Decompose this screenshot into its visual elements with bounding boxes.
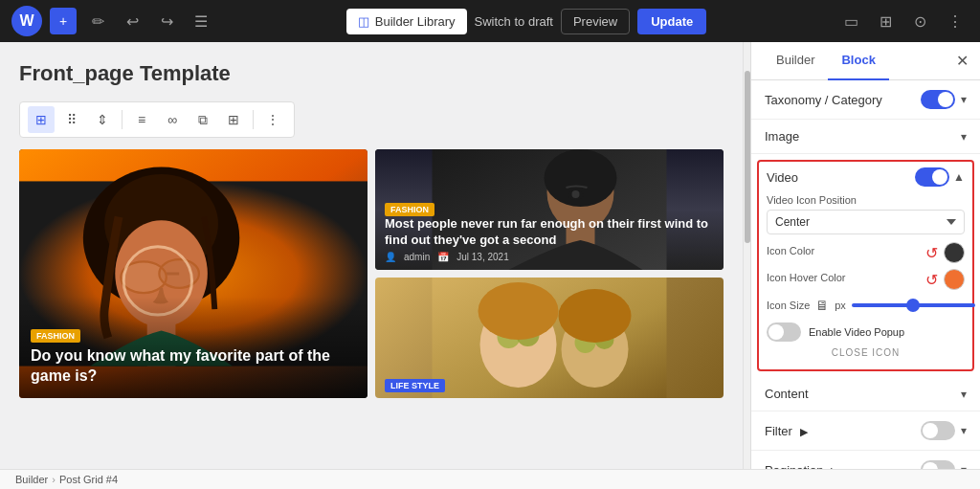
fashion-badge-large: FASHION: [31, 329, 80, 343]
page-title: Front_page Template: [19, 61, 724, 86]
fashion-badge-sm: FASHION: [385, 203, 434, 216]
video-icon-position-label: Video Icon Position: [767, 194, 965, 206]
video-toggle-knob: [932, 169, 947, 185]
icon-color-reset[interactable]: ↺: [925, 244, 938, 262]
tab-builder[interactable]: Builder: [763, 42, 828, 80]
breadcrumb-item[interactable]: Post Grid #4: [59, 474, 118, 485]
panel-body: Taxonomy / Category ▾ Image ▾: [751, 80, 980, 469]
redo-button[interactable]: ↪: [153, 8, 180, 34]
add-block-button[interactable]: +: [50, 8, 77, 34]
builder-library-button[interactable]: ◫ Builder Library: [346, 9, 467, 34]
icon-size-slider[interactable]: [852, 303, 975, 307]
breadcrumb-separator: ›: [52, 474, 56, 485]
svg-rect-6: [167, 273, 179, 276]
tab-block[interactable]: Block: [828, 42, 888, 80]
content-section: Content ▾: [751, 377, 980, 411]
more-options-button[interactable]: ⋮: [942, 8, 969, 34]
toolbar-left: W + ✏ ↩ ↪ ☰: [11, 6, 214, 36]
top-toolbar: W + ✏ ↩ ↪ ☰ ◫ Builder Library Switch to …: [0, 0, 980, 42]
filter-section-header[interactable]: Filter ▶ ▾: [751, 411, 980, 450]
video-label: Video: [767, 170, 798, 185]
canvas-scrollbar[interactable]: [743, 42, 750, 469]
pagination-controls: ▾: [921, 460, 967, 469]
edit-icon-button[interactable]: ✏: [84, 8, 111, 34]
preview-button[interactable]: Preview: [561, 9, 630, 34]
post-card-top-right[interactable]: FASHION Most people never run far enough…: [375, 149, 724, 270]
icon-hover-color-reset[interactable]: ↺: [925, 271, 938, 289]
video-section-controls: ▲: [915, 167, 965, 187]
desktop-view-button[interactable]: ▭: [838, 8, 865, 34]
grid-button[interactable]: ⊞: [220, 106, 247, 133]
content-section-header[interactable]: Content ▾: [751, 377, 980, 411]
resize-button[interactable]: ⇕: [89, 106, 116, 133]
bottom-breadcrumb: Builder › Post Grid #4: [0, 469, 980, 489]
scrollbar-thumb[interactable]: [745, 71, 750, 243]
content-label: Content: [765, 387, 809, 401]
card-top-right-overlay: FASHION Most people never run far enough…: [375, 191, 724, 270]
icon-size-field: Icon Size 🖥 px: [767, 296, 965, 315]
toolbar-divider: [122, 110, 122, 129]
more-button[interactable]: ⋮: [259, 106, 286, 133]
icon-hover-color-row: Icon Hover Color ↺: [767, 269, 965, 290]
pagination-section-header[interactable]: Pagination ▶ ▾: [751, 451, 980, 469]
post-date: Jul 13, 2021: [457, 252, 509, 262]
user-menu-button[interactable]: ⊙: [907, 8, 934, 34]
image-section: Image ▾: [751, 120, 980, 154]
filter-toggle-knob: [923, 423, 938, 438]
filter-video-icon: ▶: [800, 426, 808, 437]
dots-view-button[interactable]: ⠿: [58, 106, 85, 133]
card-meta: 👤 admin 📅 Jul 13, 2021: [385, 252, 714, 262]
icon-color-picker[interactable]: [944, 242, 965, 263]
icon-color-controls: ↺: [925, 242, 965, 263]
pagination-toggle[interactable]: [921, 460, 955, 469]
image-button[interactable]: ⧉: [189, 106, 216, 133]
svg-point-25: [559, 289, 632, 343]
taxonomy-toggle[interactable]: [921, 90, 955, 109]
block-toolbar: ⊞ ⠿ ⇕ ≡ ∞ ⧉ ⊞ ⋮: [19, 101, 295, 138]
enable-popup-knob: [768, 324, 784, 340]
icon-color-label: Icon Color: [767, 245, 814, 256]
video-toggle[interactable]: [915, 167, 949, 187]
post-grid: FASHION Do you know what my favorite par…: [19, 149, 724, 398]
image-chevron: ▾: [961, 130, 967, 144]
card-title-sm: Most people never run far enough on thei…: [385, 216, 714, 249]
taxonomy-chevron: ▾: [961, 93, 967, 106]
video-icon-position-field: Video Icon Position Center: [767, 194, 965, 234]
video-section-header: Video ▲: [767, 167, 965, 187]
icon-hover-color-label: Icon Hover Color: [767, 272, 846, 283]
taxonomy-section: Taxonomy / Category ▾: [751, 80, 980, 120]
card-bottom-right-overlay: LIFE STYLE: [375, 369, 724, 398]
grid-view-button[interactable]: ⊞: [28, 106, 55, 133]
switch-draft-button[interactable]: Switch to draft: [475, 14, 553, 29]
layout-button[interactable]: ⊞: [873, 8, 900, 34]
image-section-header[interactable]: Image ▾: [751, 120, 980, 153]
align-button[interactable]: ≡: [128, 106, 155, 133]
taxonomy-label: Taxonomy / Category: [765, 93, 882, 107]
taxonomy-toggle-knob: [938, 92, 953, 107]
content-chevron: ▾: [961, 388, 967, 401]
date-icon: 📅: [437, 252, 449, 262]
post-card-bottom-right[interactable]: LIFE STYLE: [375, 278, 724, 398]
toolbar-right: ▭ ⊞ ⊙ ⋮: [838, 8, 969, 34]
enable-popup-toggle[interactable]: [767, 322, 801, 342]
filter-chevron: ▾: [961, 424, 967, 437]
filter-toggle[interactable]: [921, 421, 955, 440]
list-view-button[interactable]: ☰: [188, 8, 214, 34]
icon-size-unit: px: [835, 300, 846, 311]
taxonomy-section-header[interactable]: Taxonomy / Category ▾: [751, 80, 980, 119]
wordpress-logo[interactable]: W: [11, 6, 42, 36]
filter-section: Filter ▶ ▾: [751, 411, 980, 451]
monitor-icon: 🖥: [815, 298, 829, 313]
panel-close-button[interactable]: ✕: [956, 52, 969, 70]
toolbar-divider2: [253, 110, 254, 129]
video-icon-position-select[interactable]: Center: [767, 210, 965, 234]
update-button[interactable]: Update: [637, 9, 706, 34]
undo-button[interactable]: ↩: [119, 8, 145, 34]
icon-hover-color-picker[interactable]: [944, 269, 965, 290]
breadcrumb-builder[interactable]: Builder: [15, 474, 48, 485]
library-icon: ◫: [358, 14, 369, 29]
filter-label: Filter ▶: [765, 424, 808, 438]
filter-controls: ▾: [921, 421, 967, 440]
link-button[interactable]: ∞: [159, 106, 186, 133]
post-card-large[interactable]: FASHION Do you know what my favorite par…: [19, 149, 368, 398]
